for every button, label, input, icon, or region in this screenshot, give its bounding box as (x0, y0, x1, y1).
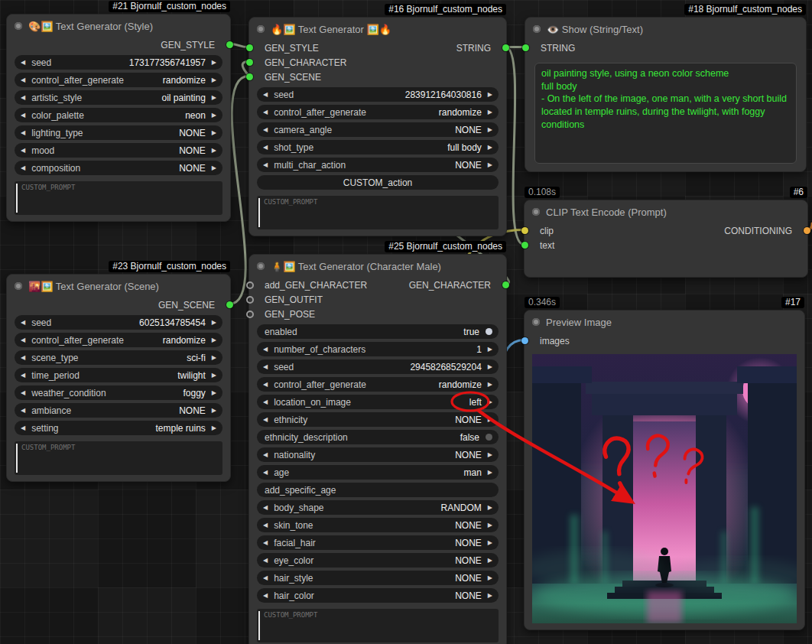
increment-arrow-icon[interactable]: ▶ (212, 320, 216, 326)
decrement-arrow-icon[interactable]: ◀ (263, 540, 268, 546)
decrement-arrow-icon[interactable]: ◀ (263, 162, 268, 168)
increment-arrow-icon[interactable]: ▶ (488, 399, 492, 405)
widget-skin-tone[interactable]: ◀skin_toneNONE▶ (257, 518, 499, 532)
decrement-arrow-icon[interactable]: ◀ (21, 320, 25, 326)
text-input-dot[interactable] (521, 242, 528, 249)
decrement-arrow-icon[interactable]: ◀ (21, 355, 25, 361)
gen-character-output-dot[interactable] (502, 281, 509, 288)
increment-arrow-icon[interactable]: ▶ (212, 130, 216, 136)
custom-prompt-textarea[interactable]: CUSTOM_PROMPT (257, 609, 499, 642)
decrement-arrow-icon[interactable]: ◀ (21, 390, 25, 396)
increment-arrow-icon[interactable]: ▶ (488, 540, 492, 546)
decrement-arrow-icon[interactable]: ◀ (263, 364, 268, 370)
decrement-arrow-icon[interactable]: ◀ (263, 346, 268, 353)
widget-control-after-generate[interactable]: ◀control_after_generaterandomize▶ (257, 105, 499, 119)
widget-seed[interactable]: ◀seed29458268529204▶ (257, 359, 499, 374)
increment-arrow-icon[interactable]: ▶ (212, 60, 216, 66)
increment-arrow-icon[interactable]: ▶ (488, 382, 492, 388)
increment-arrow-icon[interactable]: ▶ (488, 145, 492, 151)
widget-enabled[interactable]: enabledtrue (257, 324, 499, 339)
node-text-generator-style[interactable]: #21 Bjornulf_custom_nodes 🎨🖼️ Text Gener… (6, 14, 231, 222)
widget-nationality[interactable]: ◀nationalityNONE▶ (257, 447, 499, 462)
increment-arrow-icon[interactable]: ▶ (212, 95, 216, 101)
toggle-dot-icon[interactable] (486, 328, 492, 335)
widget-location-on-image[interactable]: ◀location_on_imageleft▶ (257, 395, 499, 409)
string-input-dot[interactable] (522, 44, 529, 51)
node-title-bar[interactable]: 🌇🖼️ Text Generator (Scene) (7, 275, 230, 298)
widget-ethnicity[interactable]: ◀ethnicityNONE▶ (257, 412, 499, 427)
conditioning-output-dot[interactable] (804, 227, 810, 234)
increment-arrow-icon[interactable]: ▶ (488, 127, 492, 133)
widget-hair-color[interactable]: ◀hair_colorNONE▶ (257, 588, 499, 603)
gen-style-output-dot[interactable] (226, 41, 233, 48)
increment-arrow-icon[interactable]: ▶ (488, 593, 492, 599)
node-show-string-text[interactable]: #18 Bjornulf_custom_nodes 👁️ Show (Strin… (525, 17, 807, 172)
decrement-arrow-icon[interactable]: ◀ (263, 145, 268, 151)
gen-outfit-input-dot[interactable] (246, 296, 254, 304)
widget-multi-char-action[interactable]: ◀multi_char_actionNONE▶ (257, 158, 499, 172)
decrement-arrow-icon[interactable]: ◀ (263, 593, 268, 599)
collapse-dot-icon[interactable] (532, 208, 540, 216)
increment-arrow-icon[interactable]: ▶ (488, 162, 492, 168)
preview-image[interactable] (532, 354, 797, 623)
decrement-arrow-icon[interactable]: ◀ (263, 452, 268, 458)
increment-arrow-icon[interactable]: ▶ (488, 92, 492, 98)
increment-arrow-icon[interactable]: ▶ (488, 470, 492, 476)
increment-arrow-icon[interactable]: ▶ (488, 364, 492, 370)
increment-arrow-icon[interactable]: ▶ (488, 505, 492, 511)
increment-arrow-icon[interactable]: ▶ (488, 558, 492, 564)
decrement-arrow-icon[interactable]: ◀ (21, 372, 25, 379)
clip-input-dot[interactable] (521, 227, 528, 234)
increment-arrow-icon[interactable]: ▶ (488, 452, 492, 458)
decrement-arrow-icon[interactable]: ◀ (263, 127, 268, 133)
decrement-arrow-icon[interactable]: ◀ (21, 95, 25, 101)
widget-composition[interactable]: ◀compositionNONE▶ (15, 161, 222, 175)
increment-arrow-icon[interactable]: ▶ (488, 109, 492, 115)
decrement-arrow-icon[interactable]: ◀ (21, 112, 25, 119)
increment-arrow-icon[interactable]: ▶ (212, 355, 216, 361)
widget-number-of-characters[interactable]: ◀number_of_characters1▶ (257, 342, 499, 356)
images-input-dot[interactable] (521, 337, 528, 344)
node-text-generator[interactable]: #16 Bjornulf_custom_nodes 🔥🖼️ Text Gener… (248, 17, 507, 236)
decrement-arrow-icon[interactable]: ◀ (263, 470, 268, 476)
widget-control-after-generate[interactable]: ◀control_after_generaterandomize▶ (257, 377, 499, 392)
decrement-arrow-icon[interactable]: ◀ (263, 399, 268, 405)
gen-scene-input-dot[interactable] (246, 73, 253, 80)
widget-body-shape[interactable]: ◀body_shapeRANDOM▶ (257, 500, 499, 515)
widget-artistic-style[interactable]: ◀artistic_styleoil painting▶ (15, 90, 222, 105)
widget-setting[interactable]: ◀settingtemple ruins▶ (15, 421, 222, 435)
widget-color-palette[interactable]: ◀color_paletteneon▶ (15, 108, 222, 122)
widget-facial-hair[interactable]: ◀facial_hairNONE▶ (257, 535, 499, 550)
increment-arrow-icon[interactable]: ▶ (212, 425, 216, 431)
toggle-dot-icon[interactable] (486, 434, 492, 441)
decrement-arrow-icon[interactable]: ◀ (263, 92, 268, 98)
string-output-dot[interactable] (502, 44, 509, 51)
widget-control-after-generate[interactable]: ◀control_after_generaterandomize▶ (15, 73, 222, 87)
node-graph-canvas[interactable]: #21 Bjornulf_custom_nodes 🎨🖼️ Text Gener… (0, 0, 812, 644)
increment-arrow-icon[interactable]: ▶ (212, 112, 216, 119)
decrement-arrow-icon[interactable]: ◀ (263, 522, 268, 529)
widget-camera-angle[interactable]: ◀camera_angleNONE▶ (257, 122, 499, 137)
node-title-bar[interactable]: CLIP Text Encode (Prompt) (525, 200, 807, 223)
increment-arrow-icon[interactable]: ▶ (488, 417, 492, 423)
increment-arrow-icon[interactable]: ▶ (212, 372, 216, 379)
collapse-dot-icon[interactable] (533, 25, 541, 33)
node-text-generator-scene[interactable]: #23 Bjornulf_custom_nodes 🌇🖼️ Text Gener… (6, 274, 231, 482)
collapse-dot-icon[interactable] (15, 22, 22, 30)
decrement-arrow-icon[interactable]: ◀ (263, 505, 268, 511)
node-title-bar[interactable]: 🎨🖼️ Text Generator (Style) (7, 15, 230, 37)
decrement-arrow-icon[interactable]: ◀ (263, 558, 268, 564)
decrement-arrow-icon[interactable]: ◀ (263, 575, 268, 581)
increment-arrow-icon[interactable]: ▶ (212, 408, 216, 414)
widget-hair-style[interactable]: ◀hair_styleNONE▶ (257, 571, 499, 585)
add-gen-character-input-dot[interactable] (246, 281, 254, 289)
gen-character-input-dot[interactable] (246, 59, 253, 66)
increment-arrow-icon[interactable]: ▶ (488, 575, 492, 581)
increment-arrow-icon[interactable]: ▶ (212, 148, 216, 154)
collapse-dot-icon[interactable] (532, 318, 540, 326)
widget-ambiance[interactable]: ◀ambianceNONE▶ (15, 403, 222, 418)
custom-prompt-textarea[interactable]: CUSTOM_PROMPT (15, 441, 222, 475)
gen-scene-output-dot[interactable] (226, 301, 233, 308)
node-title-bar[interactable]: 👁️ Show (String/Text) (525, 18, 806, 41)
widget-time-period[interactable]: ◀time_periodtwilight▶ (15, 368, 222, 382)
